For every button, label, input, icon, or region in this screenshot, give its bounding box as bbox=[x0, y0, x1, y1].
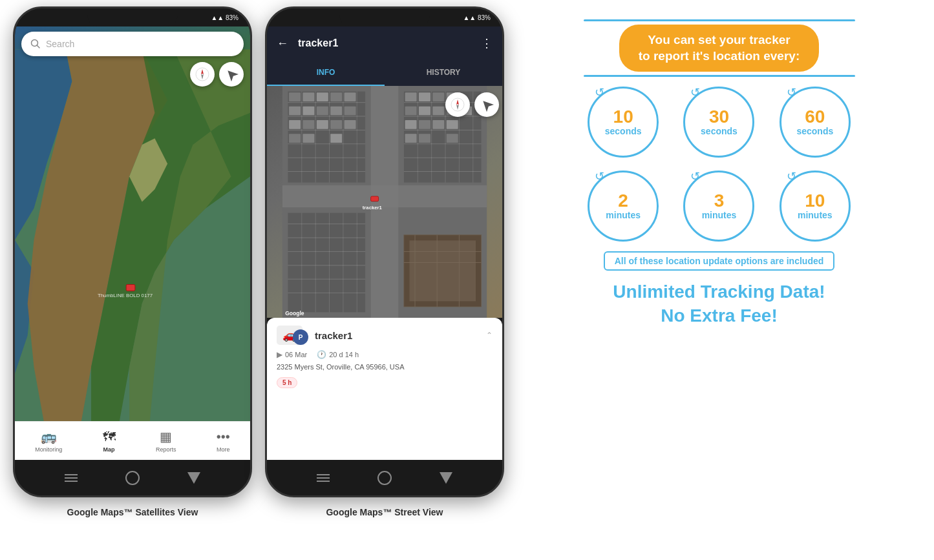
svg-rect-62 bbox=[405, 107, 417, 116]
tab-history[interactable]: HISTORY bbox=[385, 60, 502, 86]
tracker-title: tracker1 bbox=[298, 37, 481, 49]
parking-map-svg: tracker1 Google bbox=[267, 86, 502, 318]
arrow-icon-5: ↺ bbox=[690, 169, 700, 183]
phone2-status-icons: ▲▲ 83% bbox=[463, 14, 491, 21]
arrow-icon-3: ↺ bbox=[787, 85, 796, 99]
svg-rect-15 bbox=[371, 86, 399, 318]
time-circle-10min: ↺ 10 minutes bbox=[780, 171, 851, 242]
svg-rect-38 bbox=[289, 120, 301, 129]
line2 bbox=[317, 477, 330, 479]
circle-unit-4: minutes bbox=[606, 210, 641, 220]
arrow-icon-4: ↺ bbox=[595, 169, 604, 183]
monitoring-label: Monitoring bbox=[35, 446, 62, 453]
home-button-2[interactable] bbox=[377, 471, 392, 485]
headline-badge: You can set your tracker to report it's … bbox=[619, 25, 819, 72]
svg-rect-87 bbox=[409, 240, 476, 301]
phone2-caption: Google Maps™ Street View bbox=[326, 507, 443, 517]
info-panel: You can set your tracker to report it's … bbox=[517, 6, 921, 340]
back-triangle-2[interactable] bbox=[440, 472, 452, 484]
svg-text:tracker1: tracker1 bbox=[363, 205, 383, 211]
svg-rect-64 bbox=[432, 107, 444, 116]
circle-unit-2: seconds bbox=[701, 126, 738, 136]
nav-monitoring[interactable]: 🚌 Monitoring bbox=[35, 429, 62, 453]
duration-value: 20 d 14 h bbox=[329, 351, 359, 358]
time-circle-3min: ↺ 3 minutes bbox=[683, 171, 754, 242]
svg-rect-73 bbox=[447, 134, 458, 143]
circle-wrapper-6: ↺ 10 minutes bbox=[775, 171, 854, 242]
svg-rect-60 bbox=[432, 92, 444, 101]
svg-rect-58 bbox=[405, 92, 417, 101]
svg-rect-68 bbox=[419, 120, 430, 129]
tab-info[interactable]: INFO bbox=[267, 60, 385, 86]
circle-number-2: 30 bbox=[709, 108, 729, 126]
bottom-nav-1: 🚌 Monitoring 🗺 Map ▦ Reports ••• More bbox=[15, 421, 250, 460]
phone2: ▲▲ 83% ← tracker1 ⋮ INFO HISTORY bbox=[265, 6, 504, 497]
main-container: ▲▲ 83% Search bbox=[0, 0, 934, 560]
compass-button-2[interactable] bbox=[445, 92, 470, 117]
included-badge: All of these location update options are… bbox=[604, 251, 835, 271]
search-bar[interactable]: Search bbox=[21, 32, 244, 56]
compass-icon-2 bbox=[451, 98, 465, 112]
monitoring-icon: 🚌 bbox=[41, 429, 57, 444]
nav-reports[interactable]: ▦ Reports bbox=[156, 429, 176, 453]
time-circle-60sec: ↺ 60 seconds bbox=[780, 87, 851, 158]
navigate-icon-2 bbox=[480, 98, 494, 112]
nav-more[interactable]: ••• More bbox=[217, 430, 230, 453]
navigate-button-1[interactable] bbox=[219, 62, 244, 87]
circle-number-6: 10 bbox=[805, 192, 825, 210]
date-item: ▶ 06 Mar bbox=[277, 350, 307, 359]
duration-item: 🕐 20 d 14 h bbox=[317, 350, 359, 359]
line1 bbox=[65, 474, 78, 475]
unlimited-line1: Unlimited Tracking Data! bbox=[613, 280, 825, 304]
svg-rect-44 bbox=[302, 134, 314, 143]
navigate-button-2[interactable] bbox=[474, 92, 499, 117]
unlimited-line2: No Extra Fee! bbox=[613, 304, 825, 327]
svg-rect-39 bbox=[302, 120, 314, 129]
arrow-icon-6: ↺ bbox=[787, 169, 796, 183]
circle-number-1: 10 bbox=[613, 108, 633, 126]
svg-line-1 bbox=[37, 45, 39, 48]
navigate-icon-1 bbox=[224, 67, 239, 81]
phone2-wrapper: ▲▲ 83% ← tracker1 ⋮ INFO HISTORY bbox=[265, 6, 504, 517]
time-circle-10sec: ↺ 10 seconds bbox=[588, 87, 659, 158]
more-label: More bbox=[217, 446, 230, 453]
time-circle-30sec: ↺ 30 seconds bbox=[683, 87, 754, 158]
nav-map[interactable]: 🗺 Map bbox=[103, 430, 116, 453]
phone1: ▲▲ 83% Search bbox=[13, 6, 252, 497]
svg-rect-40 bbox=[317, 120, 328, 129]
circle-unit-1: seconds bbox=[605, 126, 642, 136]
circle-number-5: 3 bbox=[714, 192, 725, 210]
arrow-icon-2: ↺ bbox=[690, 85, 700, 99]
svg-rect-28 bbox=[289, 92, 301, 101]
circle-wrapper-4: ↺ 2 minutes bbox=[584, 171, 663, 242]
home-lines-icon[interactable] bbox=[65, 474, 78, 482]
back-button[interactable]: ← bbox=[277, 37, 288, 50]
svg-rect-34 bbox=[302, 107, 314, 116]
compass-button-1[interactable] bbox=[190, 62, 215, 87]
more-icon: ••• bbox=[217, 430, 230, 444]
phone2-home-bar bbox=[267, 460, 502, 495]
scroll-indicator: ⌃ bbox=[486, 331, 493, 340]
more-button-2[interactable]: ⋮ bbox=[481, 36, 493, 50]
time-circle-2min: ↺ 2 minutes bbox=[588, 171, 659, 242]
circle-wrapper-1: ↺ 10 seconds bbox=[584, 87, 663, 158]
search-icon bbox=[30, 39, 41, 49]
phone1-wrapper: ▲▲ 83% Search bbox=[13, 6, 252, 517]
parking-map: tracker1 Google bbox=[267, 86, 502, 318]
arrow-icon-1: ↺ bbox=[595, 85, 604, 99]
phone1-notch bbox=[87, 8, 178, 26]
address-text: 2325 Myers St, Oroville, CA 95966, USA bbox=[277, 363, 493, 371]
phone2-notch bbox=[339, 8, 430, 26]
map-icon: 🗺 bbox=[103, 430, 116, 444]
unlimited-text: Unlimited Tracking Data! No Extra Fee! bbox=[613, 280, 825, 327]
svg-rect-31 bbox=[330, 92, 342, 101]
svg-rect-35 bbox=[317, 107, 328, 116]
svg-rect-69 bbox=[432, 120, 444, 129]
home-button[interactable] bbox=[125, 471, 140, 485]
home-lines-2[interactable] bbox=[317, 474, 330, 482]
compass-icon-1 bbox=[195, 67, 209, 81]
back-triangle[interactable] bbox=[187, 472, 200, 484]
svg-rect-41 bbox=[330, 120, 342, 129]
info-card: 🚗 P tracker1 ⌃ ▶ 06 Mar 🕐 20 d bbox=[267, 318, 502, 460]
satellite-map-svg: ThumbLINE BOLD 0177 200 mi 500 km Google bbox=[15, 26, 250, 460]
